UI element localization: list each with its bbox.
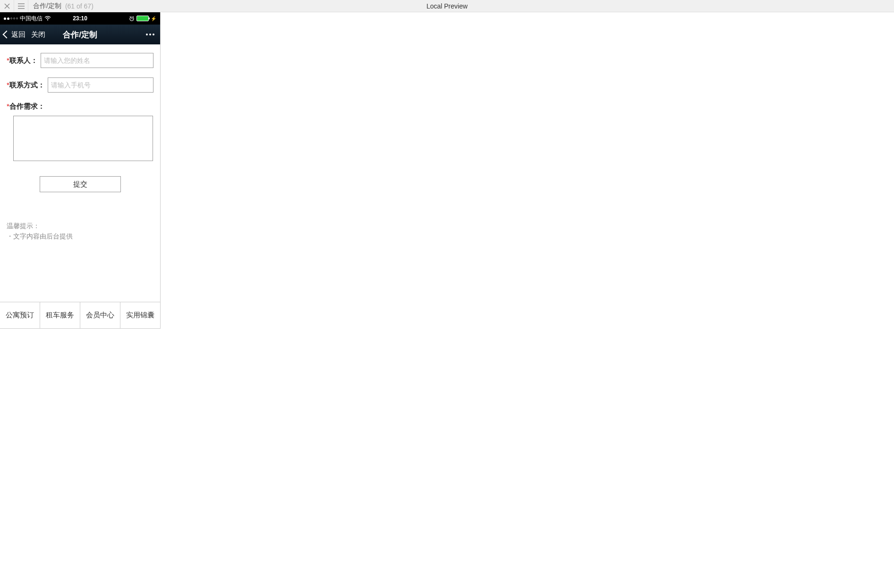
phone-status-bar: 中国电信 23:10 ⚡ (0, 12, 160, 25)
phone-row: *联系方式： (7, 77, 153, 93)
app-navbar: 返回 关闭 合作/定制 (0, 25, 160, 44)
tab-car-rental[interactable]: 租车服务 (40, 302, 80, 328)
carrier-label: 中国电信 (20, 15, 43, 23)
tips-title: 温馨提示： (7, 221, 153, 231)
phone-label-text: 联系方式： (9, 81, 45, 89)
toolbar-left: 合作/定制 (61 of 67) (0, 0, 94, 12)
status-time: 23:10 (73, 15, 87, 22)
need-label: *合作需求： (7, 102, 45, 111)
close-icon (4, 3, 10, 9)
battery-icon (136, 16, 149, 21)
nav-left: 返回 关闭 (4, 30, 45, 39)
nav-title: 合作/定制 (63, 29, 97, 40)
wifi-icon (44, 16, 51, 21)
svg-point-5 (47, 19, 48, 20)
need-label-text: 合作需求： (9, 102, 45, 110)
status-right: ⚡ (129, 16, 156, 21)
svg-line-9 (130, 17, 131, 17)
more-icon (146, 34, 148, 35)
toolbar-title-area: 合作/定制 (61 of 67) (28, 2, 94, 10)
alarm-icon (129, 16, 135, 21)
status-left: 中国电信 (4, 15, 129, 23)
toolbar-counter: (61 of 67) (65, 2, 94, 10)
need-label-row: *合作需求： (7, 102, 153, 111)
contact-input[interactable] (41, 53, 153, 68)
nav-back-button[interactable]: 返回 (11, 30, 26, 39)
form-area: *联系人： *联系方式： *合作需求： 提交 温馨提示： ・文字内容由后台提供 (0, 44, 160, 302)
phone-input[interactable] (48, 77, 153, 93)
nav-close-button[interactable]: 关闭 (31, 30, 45, 39)
submit-row: 提交 (7, 176, 153, 192)
charging-icon: ⚡ (151, 16, 156, 21)
need-textarea[interactable] (13, 116, 153, 161)
tips-section: 温馨提示： ・文字内容由后台提供 (7, 221, 153, 242)
bottom-tab-bar: 公寓预订 租车服务 会员中心 实用锦囊 (0, 302, 160, 328)
tab-tips[interactable]: 实用锦囊 (120, 302, 160, 328)
hamburger-menu-button[interactable] (14, 0, 28, 12)
tips-line: ・文字内容由后台提供 (7, 231, 153, 241)
phone-frame: 中国电信 23:10 ⚡ (0, 12, 161, 329)
more-icon (149, 34, 151, 35)
tab-member-center[interactable]: 会员中心 (80, 302, 120, 328)
chevron-left-icon (3, 31, 11, 39)
contact-label: *联系人： (7, 56, 38, 65)
contact-row: *联系人： (7, 53, 153, 68)
toolbar-center-label: Local Preview (426, 2, 468, 10)
nav-more-button[interactable] (146, 34, 154, 35)
more-icon (153, 34, 154, 35)
hamburger-icon (18, 3, 25, 9)
phone-label: *联系方式： (7, 81, 45, 90)
contact-label-text: 联系人： (9, 56, 38, 64)
tab-apartment[interactable]: 公寓预订 (0, 302, 40, 328)
svg-line-10 (133, 17, 134, 17)
editor-toolbar: 合作/定制 (61 of 67) Local Preview (0, 0, 894, 12)
submit-button[interactable]: 提交 (40, 176, 121, 192)
close-button[interactable] (0, 0, 14, 12)
toolbar-title: 合作/定制 (33, 2, 61, 10)
preview-area: 中国电信 23:10 ⚡ (0, 12, 894, 588)
signal-icon (4, 17, 18, 20)
